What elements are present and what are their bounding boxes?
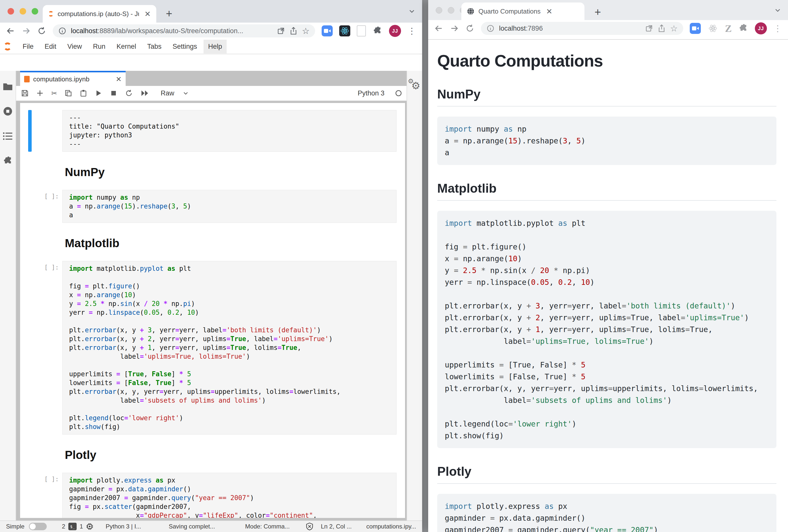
chevron-down-icon xyxy=(183,90,189,96)
forward-icon[interactable] xyxy=(22,26,31,36)
simple-mode-toggle[interactable] xyxy=(29,523,47,530)
menu-edit[interactable]: Edit xyxy=(40,40,61,54)
bookmark-star-icon[interactable]: ☆ xyxy=(302,27,310,35)
zoom-window-button[interactable] xyxy=(32,8,38,15)
restart-run-all-button[interactable] xyxy=(140,89,150,97)
chevron-down-icon[interactable] xyxy=(408,7,416,15)
interrupt-kernel-button[interactable] xyxy=(110,89,117,97)
globe-favicon xyxy=(467,7,474,15)
cursor-position[interactable]: Ln 2, Col ... xyxy=(321,523,352,530)
saving-status: Saving complet... xyxy=(169,523,215,530)
run-cell-button[interactable] xyxy=(95,89,102,97)
notebook-scroll-area[interactable]: ---title: "Quarto Computations"jupyter: … xyxy=(16,101,407,520)
minimize-window-button[interactable] xyxy=(20,8,26,15)
url-text: localhost:8889/lab/workspaces/auto-S/tre… xyxy=(71,27,272,35)
avatar[interactable]: JJ xyxy=(389,25,401,37)
refresh-icon[interactable] xyxy=(465,24,474,33)
code-block-plotly: import plotly.express as pxgapminder = p… xyxy=(437,494,776,532)
avatar[interactable]: JJ xyxy=(755,22,767,35)
code-block-numpy: import numpy as npa = np.arange(15).resh… xyxy=(437,117,776,165)
cell-gutter: [ ]: xyxy=(20,261,62,434)
notebook-tab[interactable]: computations.ipynb ✕ xyxy=(20,71,126,86)
running-kernels-icon[interactable] xyxy=(2,106,13,117)
react-devtools-extension-icon[interactable] xyxy=(339,25,350,36)
table-of-contents-icon[interactable] xyxy=(2,131,13,141)
code-cell-editor[interactable]: import matplotlib.pyplot as plt fig = pl… xyxy=(62,261,396,434)
markdown-heading-plotly[interactable]: Plotly xyxy=(65,448,396,462)
refresh-icon[interactable] xyxy=(37,26,46,36)
close-window-button[interactable] xyxy=(7,8,14,15)
terminal-count: 2 xyxy=(62,523,65,530)
markdown-heading-matplotlib[interactable]: Matplotlib xyxy=(65,237,396,250)
code-cell-numpy[interactable]: [ ]: import numpy as npa = np.arange(15)… xyxy=(20,190,405,223)
copy-cells-button[interactable] xyxy=(64,89,72,97)
kernel-status-icon[interactable] xyxy=(395,90,401,96)
notebook-toolbar: ✂ Raw xyxy=(16,86,407,101)
extensions-puzzle-icon[interactable] xyxy=(372,26,382,36)
url-bar[interactable]: localhost:8889/lab/workspaces/auto-S/tre… xyxy=(53,24,315,37)
menu-view[interactable]: View xyxy=(63,40,86,54)
close-window-button[interactable] xyxy=(436,7,442,14)
add-cell-button[interactable] xyxy=(36,89,44,97)
cell-type-value: Raw xyxy=(161,89,174,97)
code-cell-editor[interactable]: import plotly.express as pxgapminder = p… xyxy=(62,473,396,518)
menu-settings[interactable]: Settings xyxy=(168,40,202,54)
cut-cells-button[interactable]: ✂ xyxy=(51,89,57,98)
browser-tab-jupyter[interactable]: computations.ip (auto-S) - Jup ✕ xyxy=(43,5,156,23)
close-tab-icon[interactable]: ✕ xyxy=(546,7,552,16)
url-bar[interactable]: localhost:7896 ☆ xyxy=(481,22,683,35)
markdown-heading-numpy[interactable]: NumPy xyxy=(65,165,396,179)
video-extension-icon[interactable] xyxy=(322,25,333,36)
close-tab-icon[interactable]: ✕ xyxy=(144,9,151,18)
extension-manager-icon[interactable] xyxy=(2,156,13,166)
macos-traffic-lights xyxy=(7,8,38,15)
kernel-name[interactable]: Python 3 xyxy=(358,89,385,97)
jupyter-activity-bar xyxy=(0,71,16,520)
share-icon[interactable] xyxy=(657,24,666,33)
video-extension-icon[interactable] xyxy=(690,23,701,34)
property-inspector-icon[interactable]: ⚙⚙ xyxy=(408,79,421,92)
share-icon[interactable] xyxy=(290,27,297,35)
extensions-puzzle-icon[interactable] xyxy=(738,23,748,34)
menu-run[interactable]: Run xyxy=(88,40,110,54)
menu-help[interactable]: Help xyxy=(203,40,226,54)
restart-kernel-button[interactable] xyxy=(125,89,133,97)
menu-kernel[interactable]: Kernel xyxy=(112,40,141,54)
forward-icon[interactable] xyxy=(450,24,459,33)
close-notebook-tab-icon[interactable]: ✕ xyxy=(116,75,122,83)
site-info-icon[interactable] xyxy=(58,27,66,35)
browser-menu-icon[interactable]: ⋮ xyxy=(408,26,416,36)
minimize-window-button[interactable] xyxy=(448,7,454,14)
code-cell-editor[interactable]: import numpy as npa = np.arange(15).resh… xyxy=(62,190,396,223)
raw-cell-editor[interactable]: ---title: "Quarto Computations"jupyter: … xyxy=(62,110,396,152)
terminal-icon: $_ xyxy=(68,523,77,530)
menu-file[interactable]: File xyxy=(18,40,38,54)
cell-type-dropdown[interactable]: Raw xyxy=(161,89,189,97)
code-cell-matplotlib[interactable]: [ ]: import matplotlib.pyplot as plt fig… xyxy=(20,261,405,434)
new-tab-button[interactable]: + xyxy=(166,8,172,19)
open-in-new-icon[interactable] xyxy=(277,27,285,35)
browser-tabstrip: Quarto Computations ✕ + xyxy=(428,0,788,20)
back-icon[interactable] xyxy=(434,24,443,33)
chevron-down-icon[interactable] xyxy=(774,6,782,14)
z-extension-icon[interactable]: Z xyxy=(725,23,732,35)
react-devtools-extension-icon[interactable] xyxy=(707,23,718,34)
file-browser-icon[interactable] xyxy=(2,82,13,91)
code-cell-plotly[interactable]: [ ]: import plotly.express as pxgapminde… xyxy=(20,473,405,518)
notes-extension-icon[interactable] xyxy=(357,25,366,36)
site-info-icon[interactable] xyxy=(487,24,494,33)
back-icon[interactable] xyxy=(6,26,15,36)
command-mode-status: Mode: Comma... xyxy=(245,523,290,530)
paste-cells-button[interactable] xyxy=(80,89,87,97)
bookmark-star-icon[interactable]: ☆ xyxy=(670,24,678,33)
save-button[interactable] xyxy=(21,89,28,97)
cell-gutter xyxy=(20,110,62,152)
browser-tab-quarto[interactable]: Quarto Computations ✕ xyxy=(461,2,585,20)
menu-tabs[interactable]: Tabs xyxy=(143,40,166,54)
browser-menu-icon[interactable]: ⋮ xyxy=(773,23,782,34)
kernel-status-text[interactable]: Python 3 | I... xyxy=(105,523,141,530)
section-heading-plotly: Plotly xyxy=(437,464,776,484)
open-in-new-icon[interactable] xyxy=(645,24,653,33)
new-tab-button[interactable]: + xyxy=(594,6,601,18)
raw-cell[interactable]: ---title: "Quarto Computations"jupyter: … xyxy=(20,110,405,152)
